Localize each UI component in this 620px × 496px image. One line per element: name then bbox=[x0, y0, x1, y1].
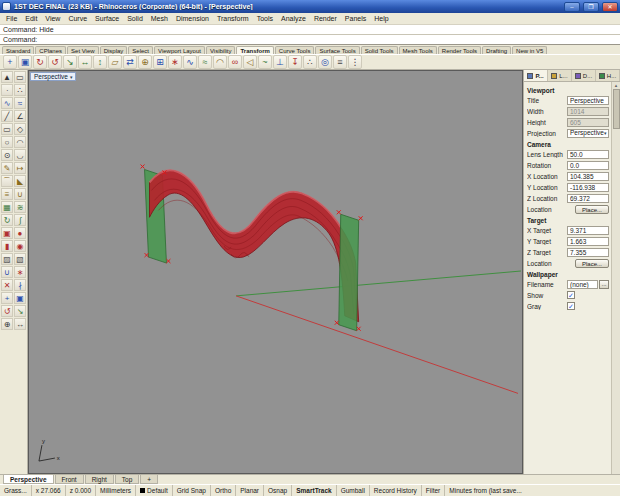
tool-palette-icon[interactable]: ∙ bbox=[1, 84, 13, 96]
show-checkbox[interactable]: ✓ bbox=[567, 291, 575, 299]
toolbar-tab[interactable]: Curve Tools bbox=[275, 46, 315, 54]
viewport-tab[interactable]: Front bbox=[55, 475, 84, 484]
gray-checkbox[interactable]: ✓ bbox=[567, 302, 575, 310]
menu-item[interactable]: Surface bbox=[91, 15, 123, 22]
menu-item[interactable]: Render bbox=[310, 15, 341, 22]
toolbar-icon[interactable]: ⋮ bbox=[348, 55, 362, 69]
menu-item[interactable]: Panels bbox=[341, 15, 370, 22]
menu-item[interactable]: Curve bbox=[64, 15, 91, 22]
tool-palette-icon[interactable]: + bbox=[1, 292, 13, 304]
toolbar-tab[interactable]: Transform bbox=[236, 46, 273, 54]
tool-palette-icon[interactable]: ▧ bbox=[14, 253, 26, 265]
tool-palette-icon[interactable]: ✕ bbox=[1, 279, 13, 291]
tool-palette-icon[interactable]: ∗ bbox=[14, 266, 26, 278]
tool-palette-icon[interactable]: ▭ bbox=[1, 123, 13, 135]
tool-palette-icon[interactable]: ● bbox=[14, 227, 26, 239]
tool-palette-icon[interactable]: ╱ bbox=[1, 110, 13, 122]
status-segment[interactable]: Planar bbox=[236, 485, 264, 496]
toolbar-icon[interactable]: ⊕ bbox=[138, 55, 152, 69]
close-button[interactable]: ✕ bbox=[602, 2, 618, 12]
status-segment[interactable]: Minutes from (last save... bbox=[445, 485, 620, 496]
status-segment[interactable]: Record History bbox=[370, 485, 422, 496]
viewport-tab[interactable]: Right bbox=[85, 475, 114, 484]
menu-item[interactable]: Transform bbox=[213, 15, 253, 22]
toolbar-tab[interactable]: Visibility bbox=[206, 46, 236, 54]
viewport-title-chip[interactable]: Perspective ▾ bbox=[30, 72, 76, 81]
toolbar-icon[interactable]: ▣ bbox=[18, 55, 32, 69]
toolbar-icon[interactable]: ≈ bbox=[198, 55, 212, 69]
tool-palette-icon[interactable]: ≈ bbox=[14, 97, 26, 109]
tool-palette-icon[interactable]: ▣ bbox=[14, 292, 26, 304]
toolbar-tab[interactable]: Solid Tools bbox=[361, 46, 398, 54]
menu-item[interactable]: File bbox=[2, 15, 21, 22]
toolbar-tab[interactable]: CPlanes bbox=[35, 46, 66, 54]
tool-palette-icon[interactable]: ✎ bbox=[1, 162, 13, 174]
toolbar-icon[interactable]: ↔ bbox=[78, 55, 92, 69]
tool-palette-icon[interactable]: ∪ bbox=[14, 188, 26, 200]
red-surface[interactable] bbox=[150, 170, 359, 321]
toolbar-icon[interactable]: ◠ bbox=[213, 55, 227, 69]
tool-palette-icon[interactable]: ⊕ bbox=[1, 318, 13, 330]
tool-palette-icon[interactable]: ↺ bbox=[1, 305, 13, 317]
title-field[interactable]: Perspective bbox=[567, 96, 609, 105]
y-target-field[interactable]: 1.663 bbox=[567, 237, 609, 246]
toolbar-tab[interactable]: Mesh Tools bbox=[399, 46, 437, 54]
x-location-field[interactable]: 104.385 bbox=[567, 172, 609, 181]
toolbar-icon[interactable]: ↧ bbox=[288, 55, 302, 69]
tool-palette-icon[interactable]: ▭ bbox=[14, 71, 26, 83]
tool-palette-icon[interactable]: ◡ bbox=[14, 149, 26, 161]
scrollbar-thumb[interactable] bbox=[613, 89, 620, 129]
z-location-field[interactable]: 69.372 bbox=[567, 194, 609, 203]
viewport-tab[interactable]: Perspective bbox=[3, 475, 54, 484]
tool-palette-icon[interactable]: ↻ bbox=[1, 214, 13, 226]
menu-item[interactable]: Help bbox=[370, 15, 392, 22]
tool-palette-icon[interactable]: ≋ bbox=[14, 201, 26, 213]
tool-palette-icon[interactable]: ∠ bbox=[14, 110, 26, 122]
tool-palette-icon[interactable]: ◣ bbox=[14, 175, 26, 187]
z-target-field[interactable]: 7.355 bbox=[567, 248, 609, 257]
status-segment[interactable]: Osnap bbox=[264, 485, 292, 496]
tool-palette-icon[interactable]: ⌒ bbox=[1, 175, 13, 187]
tool-palette-icon[interactable]: ◠ bbox=[14, 136, 26, 148]
filename-field[interactable]: (none) bbox=[567, 280, 598, 289]
toolbar-tab[interactable]: Drafting bbox=[482, 46, 511, 54]
projection-select[interactable]: Perspective ▾ bbox=[567, 129, 609, 138]
status-segment[interactable]: Default bbox=[136, 485, 173, 496]
tool-palette-icon[interactable]: ○ bbox=[1, 136, 13, 148]
toolbar-icon[interactable]: ≡ bbox=[333, 55, 347, 69]
status-segment[interactable]: SmartTrack bbox=[292, 485, 336, 496]
toolbar-icon[interactable]: ~ bbox=[258, 55, 272, 69]
browse-button[interactable]: ... bbox=[599, 280, 609, 289]
toolbar-icon[interactable]: ◎ bbox=[318, 55, 332, 69]
3d-scene[interactable]: x y bbox=[29, 71, 522, 473]
menu-item[interactable]: Tools bbox=[253, 15, 277, 22]
panel-scrollbar[interactable]: ▴ bbox=[611, 82, 620, 474]
panel-tab[interactable]: H... bbox=[596, 70, 620, 81]
y-location-field[interactable]: -116.938 bbox=[567, 183, 609, 192]
panel-tab[interactable]: D... bbox=[572, 70, 596, 81]
status-segment[interactable]: Filter bbox=[422, 485, 445, 496]
toolbar-icon[interactable]: ◁ bbox=[243, 55, 257, 69]
tool-palette-icon[interactable]: ◉ bbox=[14, 240, 26, 252]
toolbar-icon[interactable]: + bbox=[3, 55, 17, 69]
status-segment[interactable]: Grid Snap bbox=[173, 485, 211, 496]
target-place-button[interactable]: Place... bbox=[575, 259, 609, 268]
toolbar-icon[interactable]: ⇄ bbox=[123, 55, 137, 69]
toolbar-icon[interactable]: ▱ bbox=[108, 55, 122, 69]
status-segment[interactable]: Gumball bbox=[337, 485, 370, 496]
toolbar-icon[interactable]: ↕ bbox=[93, 55, 107, 69]
tool-palette-icon[interactable]: ↘ bbox=[14, 305, 26, 317]
lens-length-field[interactable]: 50.0 bbox=[567, 150, 609, 159]
tool-palette-icon[interactable]: ∴ bbox=[14, 84, 26, 96]
toolbar-icon[interactable]: ∴ bbox=[303, 55, 317, 69]
tool-palette-icon[interactable]: ▮ bbox=[1, 240, 13, 252]
toolbar-tab[interactable]: Viewport Layout bbox=[154, 46, 205, 54]
toolbar-icon[interactable]: ↻ bbox=[33, 55, 47, 69]
status-segment[interactable]: Millimeters bbox=[96, 485, 136, 496]
viewport-tab[interactable]: + bbox=[140, 475, 158, 484]
perspective-viewport[interactable]: Perspective ▾ bbox=[28, 70, 523, 474]
command-input[interactable]: Command: bbox=[0, 35, 620, 45]
toolbar-tab[interactable]: Standard bbox=[2, 46, 34, 54]
menu-item[interactable]: Solid bbox=[123, 15, 147, 22]
status-segment[interactable]: x 27.066 bbox=[32, 485, 66, 496]
